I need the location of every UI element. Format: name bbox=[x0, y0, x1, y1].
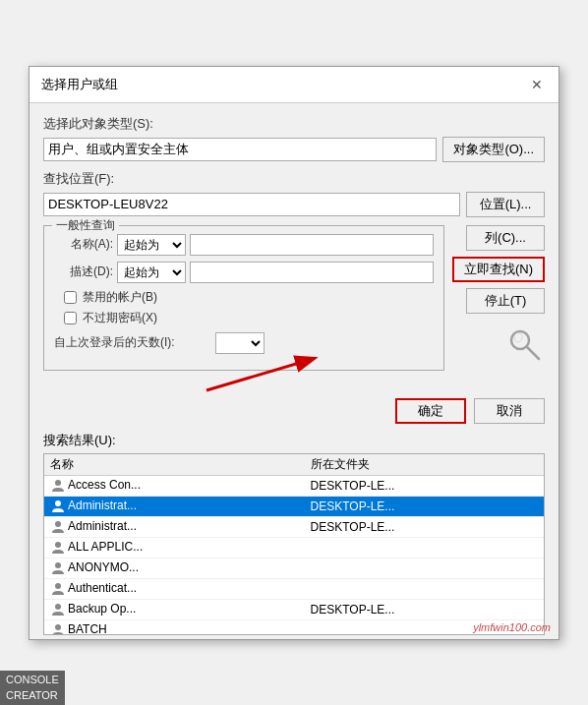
svg-point-9 bbox=[55, 562, 61, 568]
col-header-name: 名称 bbox=[44, 454, 305, 476]
search-now-button[interactable]: 立即查找(N) bbox=[452, 257, 545, 282]
result-table: 名称 所在文件夹 Access Con...DESKTOP-LE...Admin… bbox=[44, 454, 544, 635]
desc-label: 描述(D): bbox=[54, 264, 113, 280]
svg-point-2 bbox=[514, 332, 522, 342]
table-row[interactable]: Authenticat... bbox=[44, 578, 544, 599]
svg-point-11 bbox=[55, 604, 61, 610]
name-row: 名称(A): 起始为 bbox=[54, 234, 434, 256]
dialog-title: 选择用户或组 bbox=[41, 76, 118, 93]
table-row[interactable]: BATCH bbox=[44, 619, 544, 635]
table-row[interactable]: ALL APPLIC... bbox=[44, 537, 544, 558]
table-row[interactable]: Access Con...DESKTOP-LE... bbox=[44, 475, 544, 496]
result-section: 搜索结果(U): 名称 所在文件夹 Access Con...DESKTOP-L… bbox=[29, 432, 559, 639]
desc-row: 描述(D): 起始为 bbox=[54, 262, 434, 283]
location-row: 位置(L)... bbox=[43, 192, 545, 217]
cancel-button[interactable]: 取消 bbox=[474, 398, 545, 424]
svg-point-8 bbox=[55, 542, 61, 548]
ok-button[interactable]: 确定 bbox=[395, 398, 466, 424]
result-table-container[interactable]: 名称 所在文件夹 Access Con...DESKTOP-LE...Admin… bbox=[43, 453, 545, 635]
desc-dropdown[interactable]: 起始为 bbox=[117, 262, 186, 283]
main-area: 一般性查询 名称(A): 起始为 描述(D): 起始为 bbox=[43, 225, 545, 381]
name-input[interactable] bbox=[190, 234, 434, 256]
location-input[interactable] bbox=[43, 193, 460, 216]
col-button[interactable]: 列(C)... bbox=[466, 225, 545, 251]
table-row[interactable]: ANONYMO... bbox=[44, 558, 544, 578]
checkbox1-label: 禁用的帐户(B) bbox=[83, 289, 157, 306]
group-box-title: 一般性查询 bbox=[52, 217, 119, 234]
result-label: 搜索结果(U): bbox=[43, 432, 545, 449]
object-type-button[interactable]: 对象类型(O)... bbox=[442, 137, 545, 162]
svg-point-5 bbox=[55, 480, 61, 486]
days-dropdown[interactable] bbox=[215, 332, 265, 354]
checkbox-no-expire-pwd[interactable] bbox=[64, 312, 77, 324]
days-label: 自上次登录后的天数(I): bbox=[54, 334, 211, 351]
name-label: 名称(A): bbox=[54, 236, 113, 253]
name-dropdown[interactable]: 起始为 bbox=[117, 234, 186, 256]
checkbox1-row: 禁用的帐户(B) bbox=[64, 289, 434, 306]
checkbox-disabled-account[interactable] bbox=[64, 291, 77, 304]
col-header-folder: 所在文件夹 bbox=[305, 454, 544, 476]
svg-point-10 bbox=[55, 583, 61, 589]
watermark: ylmfwin100.com bbox=[473, 621, 551, 633]
left-area: 一般性查询 名称(A): 起始为 描述(D): 起始为 bbox=[43, 225, 444, 381]
creator-label: CREATOR bbox=[6, 688, 59, 703]
table-row[interactable]: Backup Op...DESKTOP-LE... bbox=[44, 599, 544, 619]
svg-point-12 bbox=[55, 624, 61, 630]
right-area: 列(C)... 立即查找(N) 停止(T) bbox=[444, 225, 545, 381]
general-query-group: 一般性查询 名称(A): 起始为 描述(D): 起始为 bbox=[43, 225, 444, 371]
checkbox2-row: 不过期密码(X) bbox=[64, 310, 434, 326]
object-type-row: 对象类型(O)... bbox=[43, 137, 545, 162]
svg-point-7 bbox=[55, 521, 61, 527]
console-creator-overlay: CONSOLE CREATOR bbox=[0, 671, 65, 705]
svg-point-6 bbox=[55, 500, 61, 506]
table-row[interactable]: Administrat...DESKTOP-LE... bbox=[44, 516, 544, 537]
close-button[interactable]: ✕ bbox=[527, 75, 547, 94]
search-icon bbox=[505, 325, 545, 365]
bottom-row: 确定 取消 bbox=[29, 392, 559, 432]
dialog-content: 选择此对象类型(S): 对象类型(O)... 查找位置(F): 位置(L)...… bbox=[29, 103, 559, 392]
table-row[interactable]: Administrat...DESKTOP-LE... bbox=[44, 496, 544, 516]
svg-line-1 bbox=[527, 347, 539, 359]
object-type-input[interactable] bbox=[43, 138, 437, 161]
location-button[interactable]: 位置(L)... bbox=[466, 192, 545, 217]
console-label: CONSOLE bbox=[6, 673, 59, 687]
object-type-label: 选择此对象类型(S): bbox=[43, 115, 545, 133]
stop-button[interactable]: 停止(T) bbox=[466, 288, 545, 314]
desc-input[interactable] bbox=[190, 262, 434, 283]
days-row: 自上次登录后的天数(I): bbox=[54, 332, 434, 354]
select-user-dialog: 选择用户或组 ✕ 选择此对象类型(S): 对象类型(O)... 查找位置(F):… bbox=[29, 66, 559, 640]
location-label: 查找位置(F): bbox=[43, 170, 545, 188]
checkbox2-label: 不过期密码(X) bbox=[83, 310, 157, 326]
title-bar: 选择用户或组 ✕ bbox=[29, 67, 559, 103]
